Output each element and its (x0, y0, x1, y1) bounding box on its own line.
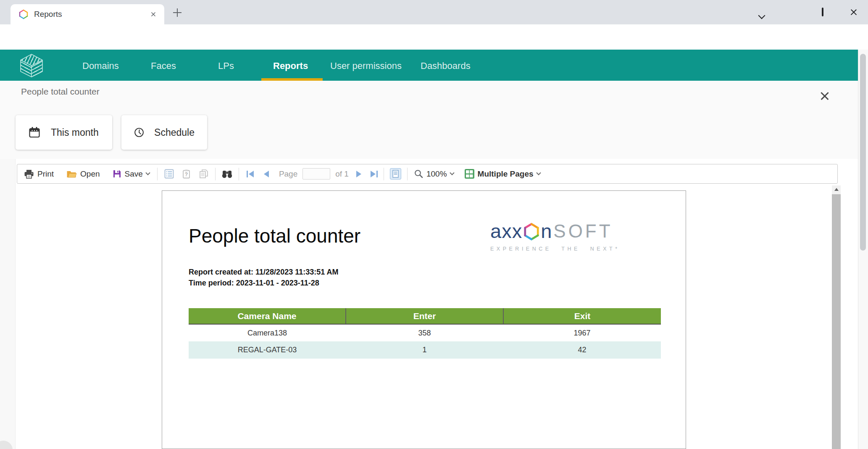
report-close-icon[interactable] (818, 90, 831, 103)
window-maximize-icon[interactable] (815, 5, 830, 19)
this-month-label: This month (51, 127, 99, 138)
parameters-icon-disabled (164, 169, 174, 179)
clipboard-question-icon-disabled: ? (182, 169, 190, 179)
navbar-item-lps[interactable]: LPs (218, 61, 234, 71)
page-count-label: of 1 (335, 169, 349, 179)
cell-enter: 1 (346, 341, 503, 359)
tab-close-icon[interactable] (150, 11, 157, 18)
table-header-row: Camera Name Enter Exit (189, 308, 661, 324)
page-view-toggle-icon[interactable] (390, 168, 401, 180)
created-value: 11/28/2023 11:33:51 AM (255, 268, 338, 276)
schedule-button[interactable]: Schedule (121, 115, 207, 150)
print-button[interactable]: Print (24, 169, 54, 179)
magnifier-icon (414, 169, 423, 178)
clock-icon (134, 126, 144, 139)
schedule-label: Schedule (154, 127, 195, 138)
zoom-level-label: 100% (426, 169, 447, 179)
logo-text-n: n (541, 219, 552, 243)
browser-scrollbar-thumb[interactable] (860, 54, 866, 251)
zoom-chevron-icon (450, 170, 454, 175)
logo-tagline: EXPERIENCE THE NEXT* (490, 246, 654, 252)
browser-address-bar: Not secure 10.139.2.32/reports-ui/ ☆ a (0, 24, 868, 50)
toolbar-separator (407, 168, 408, 180)
svg-text:?: ? (185, 172, 188, 177)
toolbar-separator (239, 168, 239, 180)
report-title: People total counter (189, 225, 360, 247)
toolbar-separator (215, 168, 216, 180)
view-mode-chevron-icon (536, 170, 541, 175)
view-mode-label: Multiple Pages (478, 169, 534, 179)
window-minimize-icon[interactable] (782, 5, 797, 19)
this-month-button[interactable]: This month (16, 115, 112, 150)
created-label: Report created at: (189, 268, 253, 276)
page-label: Page (279, 169, 297, 179)
open-folder-icon (66, 170, 77, 178)
save-floppy-icon (113, 169, 121, 178)
col-enter: Enter (346, 308, 503, 324)
copy-pages-icon-disabled (199, 169, 208, 179)
multiple-pages-grid-icon (465, 169, 474, 179)
previous-page-icon[interactable] (264, 171, 269, 177)
zoom-control[interactable]: 100% (414, 169, 454, 179)
logo-text-soft: SOFT (553, 221, 613, 242)
period-label: Time period: (189, 279, 234, 287)
logo-hexagon-icon (523, 222, 540, 241)
open-button[interactable]: Open (66, 169, 100, 179)
browser-tab-bar: Reports (0, 0, 868, 24)
report-period-line: Time period: 2023-11-01 - 2023-11-28 (189, 279, 319, 288)
toolbar-separator (384, 168, 384, 180)
report-page: People total counter axx n SOFT EXPERIEN… (162, 190, 686, 449)
tab-search-chevron-icon[interactable] (754, 5, 769, 19)
window-close-icon[interactable] (846, 5, 861, 19)
navbar-item-user-permissions[interactable]: User permissions (330, 61, 402, 71)
new-tab-icon[interactable] (171, 7, 183, 18)
navbar-item-reports[interactable]: Reports (273, 61, 308, 71)
navbar-item-faces[interactable]: Faces (151, 61, 176, 71)
print-label: Print (37, 169, 54, 179)
viewer-scrollbar-up-icon[interactable] (832, 185, 841, 193)
first-page-icon[interactable] (247, 171, 254, 177)
cell-camera: REGAL-GATE-03 (189, 341, 346, 359)
view-mode-control[interactable]: Multiple Pages (465, 169, 540, 179)
col-exit: Exit (503, 308, 661, 324)
navbar-item-dashboards[interactable]: Dashboards (421, 61, 471, 71)
report-table: Camera Name Enter Exit Camera138 358 196… (189, 308, 661, 359)
save-label: Save (125, 169, 143, 179)
app-logo-cube-icon (18, 53, 45, 78)
left-gutter (0, 159, 16, 449)
search-binoculars-icon[interactable] (221, 170, 233, 178)
browser-tab[interactable]: Reports (11, 4, 164, 24)
period-value: 2023-11-01 - 2023-11-28 (236, 279, 319, 287)
calendar-icon (28, 126, 41, 139)
report-created-line: Report created at: 11/28/2023 11:33:51 A… (189, 268, 339, 277)
favicon-hexagon-icon (19, 9, 28, 19)
next-page-icon[interactable] (356, 171, 361, 177)
page-number-input[interactable] (302, 168, 330, 180)
save-button[interactable]: Save (113, 169, 150, 179)
cell-camera: Camera138 (189, 324, 346, 341)
table-row: REGAL-GATE-03 1 42 (189, 341, 661, 359)
last-page-icon[interactable] (371, 171, 378, 177)
viewer-scrollbar-thumb[interactable] (832, 194, 841, 449)
printer-icon (24, 169, 34, 179)
tab-title: Reports (34, 10, 149, 19)
cell-enter: 358 (346, 324, 503, 341)
cell-exit: 42 (503, 341, 661, 359)
axxonsoft-logo: axx n SOFT EXPERIENCE THE NEXT* (490, 219, 654, 252)
toolbar-separator (157, 168, 158, 180)
navbar-item-domains[interactable]: Domains (82, 61, 119, 71)
save-dropdown-chevron-icon (145, 170, 150, 175)
table-row: Camera138 358 1967 (189, 324, 661, 341)
col-camera-name: Camera Name (189, 308, 346, 324)
cell-exit: 1967 (503, 324, 661, 341)
report-toolbar: Print Open Save ? (17, 164, 838, 184)
logo-text-axx: axx (490, 219, 522, 243)
page-title: People total counter (21, 87, 100, 97)
open-label: Open (80, 169, 100, 179)
